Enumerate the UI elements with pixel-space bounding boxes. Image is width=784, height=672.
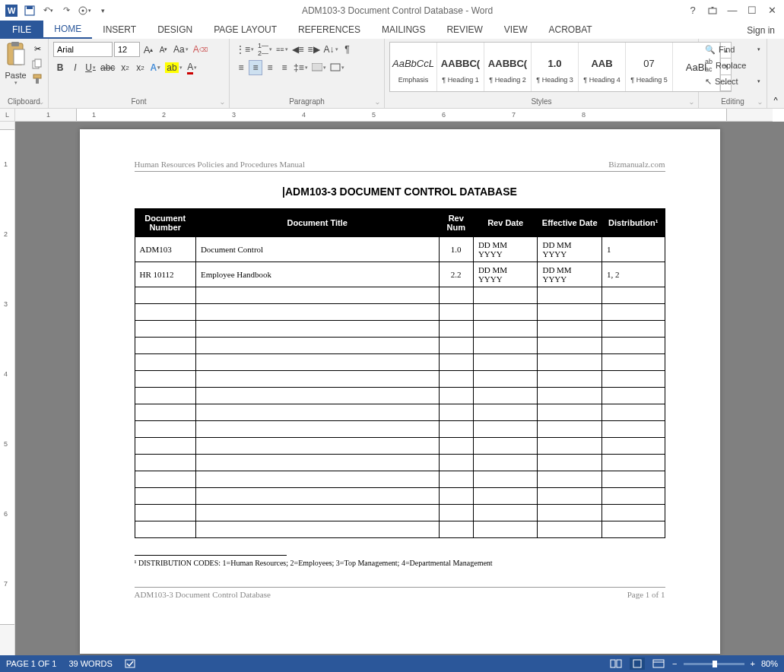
qat-customize-icon[interactable]: ▾: [94, 2, 111, 19]
change-case-icon[interactable]: Aa: [172, 42, 190, 57]
text-effects-icon[interactable]: A: [148, 60, 162, 75]
bold-icon[interactable]: B: [53, 60, 67, 75]
table-row[interactable]: [135, 287, 665, 304]
status-page[interactable]: PAGE 1 OF 1: [6, 659, 56, 668]
replace-button[interactable]: abacReplace: [702, 58, 763, 73]
table-row[interactable]: [135, 321, 665, 338]
table-row[interactable]: [135, 388, 665, 404]
maximize-icon[interactable]: ☐: [743, 3, 761, 18]
borders-icon[interactable]: [329, 60, 346, 75]
table-row[interactable]: [135, 421, 665, 438]
table-row[interactable]: [135, 438, 665, 455]
paste-button[interactable]: Paste ▾: [3, 40, 28, 86]
tab-acrobat[interactable]: ACROBAT: [538, 21, 602, 39]
subscript-icon[interactable]: x2: [118, 60, 132, 75]
table-row[interactable]: [135, 371, 665, 388]
zoom-out-icon[interactable]: −: [672, 659, 677, 668]
table-row[interactable]: [135, 404, 665, 421]
bullets-icon[interactable]: ⋮≡: [234, 42, 256, 57]
vertical-ruler[interactable]: 1234567: [0, 122, 15, 655]
align-right-icon[interactable]: ≡: [263, 60, 277, 75]
styles-gallery[interactable]: AaBbCcLEmphasisAABBC(¶ Heading 1AABBC(¶ …: [389, 42, 732, 92]
help-icon[interactable]: ?: [684, 3, 702, 18]
highlight-icon[interactable]: ab: [163, 60, 183, 75]
sign-in-link[interactable]: Sign in: [738, 22, 784, 39]
table-row[interactable]: HR 10112Employee Handbook2.2DD MM YYYYDD…: [135, 262, 665, 287]
format-painter-icon[interactable]: [30, 72, 45, 86]
select-button[interactable]: ↖Select▾: [702, 74, 763, 89]
style-item[interactable]: 07¶ Heading 5: [626, 43, 673, 91]
strikethrough-icon[interactable]: abc: [99, 60, 116, 75]
justify-icon[interactable]: ≡: [278, 60, 291, 75]
horizontal-ruler[interactable]: 112345678: [15, 109, 773, 122]
grow-font-icon[interactable]: A▴: [141, 42, 155, 57]
ribbon-options-icon[interactable]: [703, 3, 722, 18]
underline-icon[interactable]: U: [84, 60, 97, 75]
file-tab[interactable]: FILE: [0, 21, 43, 39]
numbering-icon[interactable]: 1—2—: [256, 42, 274, 57]
style-item[interactable]: AaBbCcLEmphasis: [390, 43, 437, 91]
tab-review[interactable]: REVIEW: [436, 21, 493, 39]
status-words[interactable]: 39 WORDS: [68, 659, 112, 668]
style-item[interactable]: AABBC(¶ Heading 1: [437, 43, 484, 91]
save-icon[interactable]: [21, 2, 38, 19]
font-color-icon[interactable]: A: [186, 60, 199, 75]
tab-mailings[interactable]: MAILINGS: [371, 21, 436, 39]
style-item[interactable]: 1.0¶ Heading 3: [532, 43, 579, 91]
status-proofing-icon[interactable]: [125, 658, 137, 669]
clear-format-icon[interactable]: A⌫: [192, 42, 209, 57]
increase-indent-icon[interactable]: ≡▶: [306, 42, 322, 57]
table-row[interactable]: [135, 354, 665, 371]
style-item[interactable]: AABBC(¶ Heading 2: [484, 43, 532, 91]
table-row[interactable]: [135, 488, 665, 505]
shading-icon[interactable]: [310, 60, 328, 75]
tab-view[interactable]: VIEW: [494, 21, 538, 39]
zoom-in-icon[interactable]: +: [751, 659, 755, 668]
zoom-slider[interactable]: [684, 663, 744, 665]
close-icon[interactable]: ✕: [763, 3, 781, 18]
tab-page-layout[interactable]: PAGE LAYOUT: [203, 21, 287, 39]
touch-mode-icon[interactable]: ▾: [76, 2, 93, 19]
italic-icon[interactable]: I: [68, 60, 82, 75]
word-icon[interactable]: W: [3, 2, 20, 19]
decrease-indent-icon[interactable]: ◀≡: [290, 42, 306, 57]
tab-home[interactable]: HOME: [43, 21, 92, 39]
document-area[interactable]: Human Resources Policies and Procedures …: [15, 122, 784, 655]
cut-icon[interactable]: ✂: [30, 42, 45, 55]
table-row[interactable]: [135, 338, 665, 354]
show-marks-icon[interactable]: ¶: [341, 42, 354, 57]
copy-icon[interactable]: [30, 57, 45, 71]
style-item[interactable]: AAB¶ Heading 4: [579, 43, 626, 91]
tab-insert[interactable]: INSERT: [92, 21, 147, 39]
view-web-icon[interactable]: [651, 658, 666, 670]
minimize-icon[interactable]: —: [723, 3, 741, 18]
table-row[interactable]: ADM103Document Control1.0DD MM YYYYDD MM…: [135, 237, 665, 262]
find-button[interactable]: 🔍Find▾: [702, 42, 763, 57]
tab-references[interactable]: REFERENCES: [287, 21, 371, 39]
font-size-input[interactable]: [114, 42, 140, 57]
document-page[interactable]: Human Resources Policies and Procedures …: [80, 129, 720, 654]
table-row[interactable]: [135, 471, 665, 488]
shrink-font-icon[interactable]: A▾: [157, 42, 170, 57]
view-print-icon[interactable]: [630, 658, 645, 670]
align-left-icon[interactable]: ≡: [234, 60, 248, 75]
table-row[interactable]: [135, 304, 665, 321]
sort-icon[interactable]: A↓: [322, 42, 340, 57]
table-row[interactable]: [135, 455, 665, 471]
collapse-ribbon-icon[interactable]: ^: [767, 39, 784, 108]
redo-icon[interactable]: ↷: [58, 2, 75, 19]
table-row[interactable]: [135, 521, 665, 538]
document-table[interactable]: Document Number Document Title Rev Num R…: [135, 208, 665, 538]
zoom-level[interactable]: 80%: [761, 659, 778, 668]
multilevel-icon[interactable]: ≡≡: [275, 42, 290, 57]
align-center-icon[interactable]: ≡: [249, 60, 262, 75]
superscript-icon[interactable]: x2: [133, 60, 147, 75]
view-read-icon[interactable]: [608, 658, 624, 670]
tab-design[interactable]: DESIGN: [147, 21, 203, 39]
undo-icon[interactable]: ↶▾: [40, 2, 56, 19]
font-name-input[interactable]: [53, 42, 113, 57]
svg-rect-18: [617, 660, 621, 667]
table-row[interactable]: [135, 505, 665, 521]
th-doc-number: Document Number: [135, 209, 195, 237]
line-spacing-icon[interactable]: ‡≡: [292, 60, 309, 75]
